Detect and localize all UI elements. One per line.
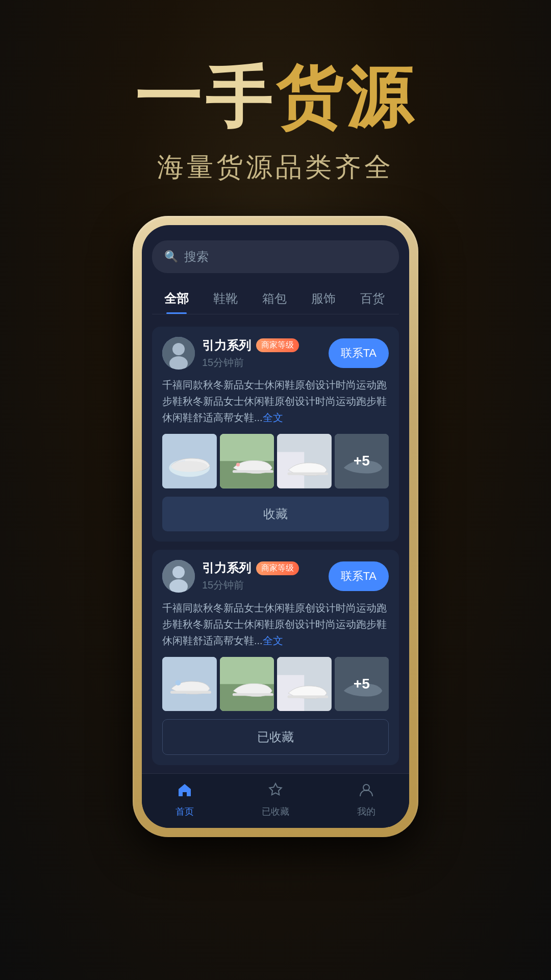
phone-inner: 🔍 搜索 全部 鞋靴 箱包 服饰 百货 — [142, 225, 409, 828]
title-white: 一手 — [135, 60, 276, 135]
nav-profile[interactable]: 我的 — [357, 782, 375, 818]
card-header-2: 引力系列 商家等级 15分钟前 联系TA — [162, 560, 389, 593]
time-1: 15分钟前 — [202, 356, 299, 370]
svg-rect-12 — [287, 472, 328, 475]
user-meta-1: 引力系列 商家等级 15分钟前 — [202, 337, 299, 370]
svg-rect-25 — [287, 695, 328, 698]
grid-img-1-2 — [220, 434, 274, 488]
svg-rect-8 — [232, 470, 273, 473]
grid-img-1-1 — [162, 434, 217, 488]
tab-bags[interactable]: 箱包 — [250, 285, 299, 314]
search-placeholder: 搜索 — [184, 249, 209, 265]
more-count-2: +5 — [354, 676, 370, 692]
avatar-2 — [162, 560, 195, 593]
more-count-1: +5 — [354, 453, 370, 469]
tab-clothing[interactable]: 服饰 — [299, 285, 348, 314]
nav-favorites-label: 已收藏 — [262, 805, 289, 818]
home-icon — [177, 782, 193, 802]
svg-point-15 — [172, 566, 185, 578]
grid-img-2-1 — [162, 657, 217, 712]
grid-img-2-3 — [277, 657, 332, 712]
desc-2: 千禧同款秋冬新品女士休闲鞋原创设计时尚运动跑步鞋秋冬新品女士休闲鞋原创设计时尚运… — [162, 600, 389, 649]
user-name-row-1: 引力系列 商家等级 — [202, 337, 299, 354]
tab-shoes[interactable]: 鞋靴 — [201, 285, 250, 314]
card-header-1: 引力系列 商家等级 15分钟前 联系TA — [162, 337, 389, 370]
phone-outer: 🔍 搜索 全部 鞋靴 箱包 服饰 百货 — [133, 216, 418, 837]
svg-point-5 — [171, 461, 208, 472]
search-bar[interactable]: 🔍 搜索 — [152, 240, 399, 273]
merchant-badge-1: 商家等级 — [256, 338, 299, 352]
tab-goods[interactable]: 百货 — [348, 285, 397, 314]
contact-btn-1[interactable]: 联系TA — [329, 338, 389, 368]
user-name-1: 引力系列 — [202, 337, 251, 354]
phone-wrapper: 🔍 搜索 全部 鞋靴 箱包 服饰 百货 — [0, 216, 551, 837]
collect-btn-1[interactable]: 收藏 — [162, 497, 389, 531]
svg-point-19 — [176, 680, 181, 685]
grid-img-2-4: +5 — [335, 657, 389, 712]
category-tabs: 全部 鞋靴 箱包 服饰 百货 — [152, 285, 399, 314]
user-name-row-2: 引力系列 商家等级 — [202, 560, 299, 576]
read-more-1[interactable]: 全文 — [263, 412, 283, 423]
tab-all[interactable]: 全部 — [152, 285, 201, 314]
title-gold: 货源 — [276, 60, 416, 135]
grid-img-1-3 — [277, 434, 332, 488]
contact-btn-2[interactable]: 联系TA — [329, 561, 389, 591]
nav-home-label: 首页 — [176, 805, 194, 818]
subtitle: 海量货源品类齐全 — [0, 150, 551, 185]
star-icon — [267, 782, 284, 802]
user-meta-2: 引力系列 商家等级 15分钟前 — [202, 560, 299, 592]
read-more-2[interactable]: 全文 — [263, 635, 283, 646]
nav-profile-label: 我的 — [357, 805, 375, 818]
bottom-nav: 首页 已收藏 — [142, 773, 409, 828]
collect-btn-2[interactable]: 已收藏 — [162, 719, 389, 755]
person-icon — [358, 782, 374, 802]
avatar-1 — [162, 337, 195, 370]
merchant-badge-2: 商家等级 — [256, 561, 299, 575]
header-section: 一手货源 海量货源品类齐全 — [0, 0, 551, 185]
nav-home[interactable]: 首页 — [176, 782, 194, 818]
user-name-2: 引力系列 — [202, 560, 251, 576]
user-info-2: 引力系列 商家等级 15分钟前 — [162, 560, 299, 593]
search-icon: 🔍 — [164, 250, 178, 263]
svg-point-1 — [172, 343, 185, 355]
image-grid-2: +5 — [162, 657, 389, 712]
phone-content: 🔍 搜索 全部 鞋靴 箱包 服饰 百货 — [142, 225, 409, 765]
svg-point-9 — [236, 463, 239, 467]
desc-1: 千禧同款秋冬新品女士休闲鞋原创设计时尚运动跑步鞋秋冬新品女士休闲鞋原创设计时尚运… — [162, 377, 389, 426]
user-info-1: 引力系列 商家等级 15分钟前 — [162, 337, 299, 370]
time-2: 15分钟前 — [202, 578, 299, 592]
grid-img-1-4: +5 — [335, 434, 389, 488]
svg-rect-22 — [232, 693, 273, 696]
product-card-2: 引力系列 商家等级 15分钟前 联系TA 千禧同款秋冬新品女士休闲鞋原创设计时尚… — [152, 550, 399, 766]
grid-img-2-2 — [220, 657, 274, 712]
svg-rect-18 — [170, 691, 211, 693]
nav-favorites[interactable]: 已收藏 — [262, 782, 289, 818]
image-grid-1: +5 — [162, 434, 389, 488]
product-card-1: 引力系列 商家等级 15分钟前 联系TA 千禧同款秋冬新品女士休闲鞋原创设计时尚… — [152, 327, 399, 542]
main-title: 一手货源 — [0, 61, 551, 134]
